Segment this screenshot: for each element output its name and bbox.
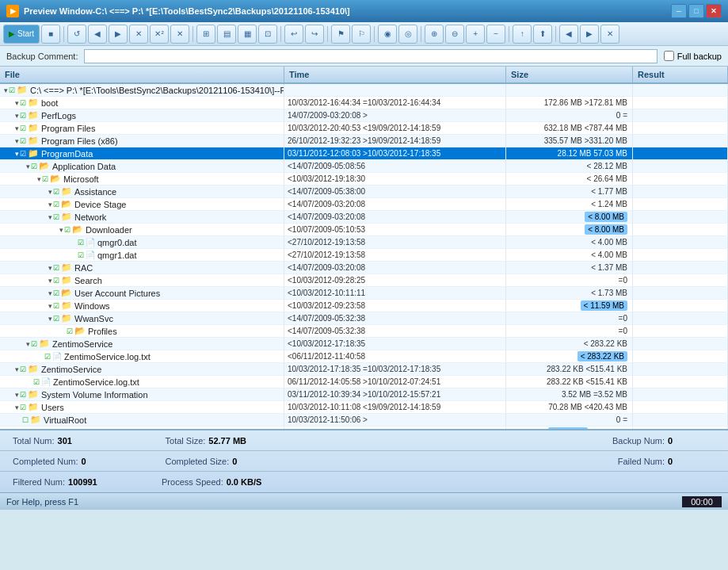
redo-button[interactable]: ↪ [305, 25, 324, 44]
table-row[interactable]: ☐📁VirtualRoot10/03/2012-11:50:06 >0 = [0, 414, 728, 427]
full-backup-check-input[interactable] [664, 51, 674, 61]
row-checkbox[interactable]: ☑ [67, 327, 73, 335]
expand-icon[interactable]: ▾ [4, 86, 8, 94]
left-button[interactable]: ◀ [559, 25, 578, 44]
comment-input[interactable] [84, 49, 657, 63]
grid-button[interactable]: ⊞ [196, 25, 215, 44]
table-row[interactable]: ▾☑📁C:\ <==> P:\ *[E:\Tools\BestSync2\Bac… [0, 84, 728, 97]
table-row[interactable]: ☑📄ZentimoService.log.txt<06/11/2012-11:4… [0, 350, 728, 363]
table-row[interactable]: ▾☑📂User Account Pictures<10/03/2012-10:1… [0, 287, 728, 300]
expand-icon[interactable]: ▾ [15, 150, 19, 158]
table-row[interactable]: ▾☑📁boot10/03/2012-16:44:34 =10/03/2012-1… [0, 97, 728, 109]
close-button[interactable]: ✕ [706, 4, 722, 18]
expand-icon[interactable]: ▾ [15, 429, 19, 430]
row-checkbox[interactable]: ☑ [78, 239, 84, 247]
right-button[interactable]: ▶ [580, 25, 599, 44]
table-row[interactable]: ▾☑📁ProgramData03/11/2012-12:08:03 >10/03… [0, 147, 728, 160]
table-row[interactable]: ▾☑📁Program Files (x86)26/10/2012-19:32:2… [0, 135, 728, 147]
expand-icon[interactable]: ▾ [15, 137, 19, 145]
flag-button[interactable]: ⚑ [331, 25, 350, 44]
row-checkbox[interactable]: ☑ [64, 226, 71, 234]
remove-button[interactable]: ⊖ [445, 25, 464, 44]
cancel-button[interactable]: ✕ [600, 25, 619, 44]
expand-icon[interactable]: ▾ [37, 175, 41, 183]
minimize-button[interactable]: ─ [671, 4, 687, 18]
x-button[interactable]: ✕ [170, 25, 189, 44]
row-checkbox[interactable]: ☑ [53, 315, 59, 323]
expand-icon[interactable]: ▾ [15, 404, 19, 411]
table-row[interactable]: ▾☑📁Program Files10/03/2012-20:40:53 <19/… [0, 122, 728, 135]
add-button[interactable]: ⊕ [425, 25, 444, 44]
refresh-button[interactable]: ↺ [67, 25, 86, 44]
unflag-button[interactable]: ⚐ [352, 25, 371, 44]
stop-button[interactable]: ■ [41, 25, 60, 44]
expand-icon[interactable]: ▾ [15, 391, 19, 399]
row-checkbox[interactable]: ☑ [44, 353, 51, 361]
details-button[interactable]: ▦ [238, 25, 257, 44]
row-checkbox[interactable]: ☐ [22, 416, 29, 424]
thumbs-button[interactable]: ⊡ [258, 25, 277, 44]
maximize-button[interactable]: □ [688, 4, 704, 18]
expand-icon[interactable]: ▾ [15, 365, 19, 373]
table-row[interactable]: ▾☑📁Network<14/07/2009-03:20:08< 8.00 MB [0, 211, 728, 224]
row-checkbox[interactable]: ☑ [53, 201, 59, 208]
table-row[interactable]: ▾☑📁Users10/03/2012-10:11:08 <19/09/2012-… [0, 401, 728, 414]
expand-icon[interactable]: ▾ [59, 226, 63, 234]
expand-icon[interactable]: ▾ [26, 163, 30, 170]
table-row[interactable]: ▾☑📁Search<10/03/2012-09:28:25=0 [0, 274, 728, 287]
row-checkbox[interactable]: ☑ [42, 175, 48, 183]
expand-icon[interactable]: ▾ [48, 289, 52, 297]
table-row[interactable]: ▾☑📁WwanSvc<14/07/2009-05:32:38=0 [0, 312, 728, 325]
row-checkbox[interactable]: ☑ [20, 124, 26, 132]
table-row[interactable]: ▾☑📁Windows<10/03/2012-09:23:58< 11.59 MB [0, 300, 728, 312]
full-backup-checkbox[interactable]: Full backup [664, 51, 722, 61]
row-checkbox[interactable]: ☑ [31, 340, 37, 348]
row-checkbox[interactable]: ☑ [20, 150, 26, 158]
table-row[interactable]: ▾☑📁Assistance<14/07/2009-05:38:00< 1.77 … [0, 186, 728, 198]
expand-icon[interactable]: ▾ [48, 201, 52, 208]
table-row[interactable]: ▾☑📁System Volume Information03/11/2012-1… [0, 388, 728, 401]
table-row[interactable]: ▾☑📂Microsoft<10/03/2012-19:18:30< 26.64 … [0, 173, 728, 186]
row-checkbox[interactable]: ☑ [53, 213, 59, 221]
row-checkbox[interactable]: ☑ [20, 429, 26, 430]
table-row[interactable]: ☑📄qmgr0.dat<27/10/2012-19:13:58< 4.00 MB [0, 236, 728, 249]
expand-icon[interactable]: ▾ [48, 302, 52, 310]
table-row[interactable]: ☑📄qmgr1.dat<27/10/2012-19:13:58< 4.00 MB [0, 249, 728, 262]
window-controls[interactable]: ─ □ ✕ [671, 4, 722, 18]
expand-icon[interactable]: ▾ [48, 315, 52, 323]
up-button[interactable]: ↑ [513, 25, 532, 44]
table-row[interactable]: ▾☑📁PerfLogs14/07/2009-03:20:08 >0 = [0, 109, 728, 122]
row-checkbox[interactable]: ☑ [20, 365, 26, 373]
expand-icon[interactable]: ▾ [15, 99, 19, 107]
row-checkbox[interactable]: ☑ [20, 137, 26, 145]
delete2-button[interactable]: ✕² [150, 25, 169, 44]
table-row[interactable]: ☑📄ZentimoService.log.txt06/11/2012-14:05… [0, 376, 728, 388]
expand-icon[interactable]: ▾ [26, 340, 30, 348]
table-row[interactable]: ▾☑📂Downloader<10/07/2009-05:10:53< 8.00 … [0, 224, 728, 236]
plus-button[interactable]: + [466, 25, 485, 44]
table-row[interactable]: ▾☑📂Device Stage<14/07/2009-03:20:08< 1.2… [0, 198, 728, 211]
row-checkbox[interactable]: ☑ [9, 86, 15, 94]
row-checkbox[interactable]: ☑ [53, 188, 59, 196]
expand-icon[interactable]: ▾ [15, 124, 19, 132]
expand-icon[interactable]: ▾ [48, 264, 52, 272]
table-row[interactable]: ▾☑📁ZentimoService<10/03/2012-17:18:35< 2… [0, 338, 728, 350]
expand-icon[interactable]: ▾ [48, 213, 52, 221]
row-checkbox[interactable]: ☑ [53, 277, 59, 285]
file-tree[interactable]: ▾☑📁C:\ <==> P:\ *[E:\Tools\BestSync2\Bac… [0, 84, 728, 429]
row-checkbox[interactable]: ☑ [20, 404, 26, 411]
row-checkbox[interactable]: ☑ [20, 391, 26, 399]
row-checkbox[interactable]: ☑ [53, 264, 59, 272]
start-button[interactable]: ▶ Start [3, 25, 40, 44]
circle-button[interactable]: ◎ [398, 25, 417, 44]
table-row[interactable]: ▾☑📁RAC<14/07/2009-03:20:08< 1.37 MB [0, 262, 728, 274]
forward-button[interactable]: ▶ [109, 25, 128, 44]
back-button[interactable]: ◀ [88, 25, 107, 44]
table-row[interactable]: ▾☑📁Windows03/11/2012-20:54:14 >10/10/201… [0, 427, 728, 429]
minus-button[interactable]: − [486, 25, 505, 44]
delete-button[interactable]: ✕ [129, 25, 148, 44]
table-row[interactable]: ☑📂Profiles<14/07/2009-05:32:38=0 [0, 325, 728, 338]
expand-icon[interactable]: ▾ [48, 188, 52, 196]
expand-icon[interactable]: ▾ [15, 112, 19, 120]
row-checkbox[interactable]: ☑ [31, 163, 37, 170]
